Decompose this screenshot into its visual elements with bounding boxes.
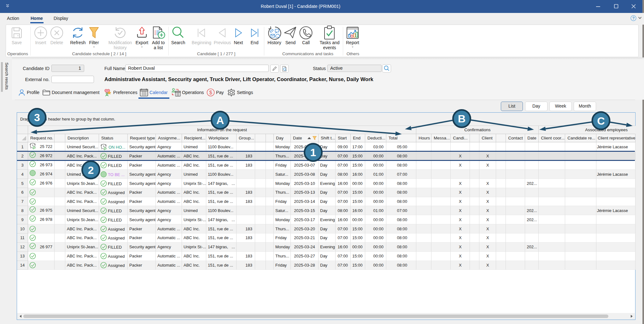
- svg-text:$: $: [209, 90, 212, 96]
- svg-text:?: ?: [632, 16, 635, 21]
